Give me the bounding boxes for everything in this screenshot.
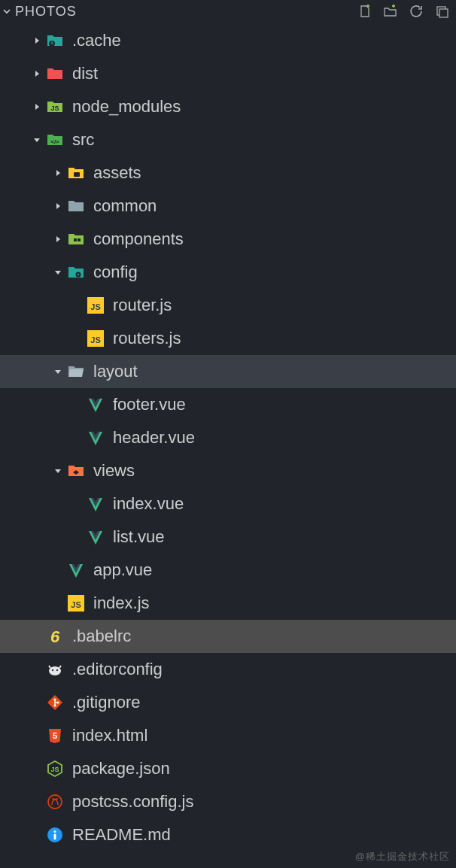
tree-item-label: postcss.config.js: [72, 792, 193, 812]
tree-item-index-js[interactable]: JSindex.js: [0, 587, 456, 620]
svg-rect-7: [78, 238, 81, 241]
chevron-right-icon[interactable]: [53, 168, 63, 178]
svg-rect-6: [74, 238, 77, 241]
svg-text:JS: JS: [71, 600, 81, 609]
tree-item-readme-md[interactable]: README.md: [0, 818, 456, 851]
tree-item-router-js[interactable]: JSrouter.js: [0, 289, 456, 322]
tree-item-label: .babelrc: [72, 627, 131, 646]
tree-item-label: index.vue: [113, 494, 184, 514]
tree-item-label: layout: [93, 362, 138, 381]
postcss-icon: [45, 792, 65, 812]
svg-point-9: [78, 274, 79, 275]
svg-text:</>: </>: [50, 138, 59, 145]
tree-item-footer-vue[interactable]: footer.vue: [0, 388, 456, 421]
folder-cache-icon: [45, 31, 65, 50]
nodejs-icon: JS: [45, 759, 65, 778]
folder-components-icon: [66, 229, 86, 249]
js-icon: JS: [66, 593, 86, 613]
tree-item-index-vue[interactable]: index.vue: [0, 487, 456, 520]
collapse-all-icon[interactable]: [433, 3, 450, 20]
vue-icon: [86, 527, 105, 547]
tree-item-label: components: [93, 229, 184, 249]
tree-item-label: src: [72, 130, 94, 150]
tree-item-common[interactable]: common: [0, 190, 456, 223]
tree-item-src[interactable]: </>src: [0, 123, 456, 156]
file-tree: .cachedistJSnode_modules</>srcassetscomm…: [0, 23, 456, 851]
git-icon: [45, 693, 65, 712]
svg-point-25: [48, 795, 62, 809]
svg-point-27: [53, 830, 56, 833]
tree-item--babelrc[interactable]: 6.babelrc: [0, 620, 456, 653]
new-file-icon[interactable]: [357, 3, 373, 20]
chevron-right-icon[interactable]: [53, 234, 63, 244]
vue-icon: [66, 560, 86, 580]
tree-item-dist[interactable]: dist: [0, 57, 456, 90]
svg-text:6: 6: [50, 627, 60, 645]
chevron-down-icon[interactable]: [53, 466, 63, 476]
new-folder-icon[interactable]: [382, 3, 399, 20]
tree-item-label: dist: [72, 64, 98, 83]
tree-item-label: .gitignore: [72, 693, 141, 712]
folder-views-icon: [66, 461, 86, 481]
explorer-header: PHOTOS: [0, 0, 456, 23]
svg-rect-1: [439, 9, 448, 17]
tree-item-routers-js[interactable]: JSrouters.js: [0, 322, 456, 355]
tree-item--editorconfig[interactable]: .editorconfig: [0, 653, 456, 686]
tree-item-label: list.vue: [113, 527, 164, 547]
watermark: @稀土掘金技术社区: [355, 850, 450, 863]
chevron-right-icon[interactable]: [32, 68, 42, 79]
vue-icon: [86, 494, 105, 514]
tree-item--gitignore[interactable]: .gitignore: [0, 686, 456, 719]
tree-item-label: assets: [93, 163, 141, 183]
svg-rect-5: [74, 172, 80, 177]
tree-item-components[interactable]: components: [0, 223, 456, 256]
tree-item-label: footer.vue: [113, 395, 186, 414]
vue-icon: [86, 395, 105, 414]
chevron-right-icon[interactable]: [53, 201, 63, 211]
chevron-down-icon[interactable]: [53, 366, 63, 377]
project-title: PHOTOS: [15, 4, 77, 20]
tree-item-postcss-config-js[interactable]: postcss.config.js: [0, 785, 456, 818]
svg-point-18: [52, 669, 53, 671]
tree-item-label: config: [93, 263, 138, 282]
tree-item-label: common: [93, 196, 157, 216]
chevron-right-icon[interactable]: [32, 35, 42, 46]
tree-item-index-html[interactable]: 5index.html: [0, 719, 456, 752]
info-icon: [45, 825, 65, 845]
tree-item-views[interactable]: views: [0, 454, 456, 487]
tree-item-label: views: [93, 461, 135, 481]
folder-assets-icon: [66, 163, 86, 183]
chevron-right-icon[interactable]: [32, 102, 42, 112]
tree-item-label: routers.js: [113, 329, 181, 348]
js-icon: JS: [86, 296, 105, 315]
tree-item-label: package.json: [72, 759, 170, 778]
tree-item-app-vue[interactable]: app.vue: [0, 554, 456, 587]
tree-item-label: router.js: [113, 296, 172, 315]
tree-item-node-modules[interactable]: JSnode_modules: [0, 90, 456, 123]
tree-item-header-vue[interactable]: header.vue: [0, 421, 456, 454]
tree-item-assets[interactable]: assets: [0, 156, 456, 190]
js-icon: JS: [86, 329, 105, 348]
tree-item-label: index.html: [72, 726, 147, 745]
folder-generic-icon: [66, 196, 86, 216]
tree-item-list-vue[interactable]: list.vue: [0, 520, 456, 554]
tree-item-label: index.js: [93, 593, 150, 613]
tree-item-label: app.vue: [93, 560, 152, 580]
chevron-down-icon[interactable]: [2, 6, 12, 17]
svg-text:JS: JS: [90, 302, 100, 311]
svg-text:5: 5: [53, 731, 57, 740]
chevron-down-icon[interactable]: [32, 135, 42, 145]
editorconfig-icon: [45, 660, 65, 679]
svg-point-17: [49, 666, 61, 675]
refresh-icon[interactable]: [408, 3, 424, 20]
tree-item-layout[interactable]: layout: [0, 355, 456, 388]
tree-item--cache[interactable]: .cache: [0, 24, 456, 57]
tree-item-label: README.md: [72, 825, 171, 845]
svg-text:JS: JS: [50, 766, 59, 773]
chevron-down-icon[interactable]: [53, 267, 63, 278]
tree-item-package-json[interactable]: JSpackage.json: [0, 752, 456, 785]
html-icon: 5: [45, 726, 65, 745]
folder-node-icon: JS: [45, 97, 65, 117]
babel-icon: 6: [45, 627, 65, 646]
tree-item-config[interactable]: config: [0, 256, 456, 289]
